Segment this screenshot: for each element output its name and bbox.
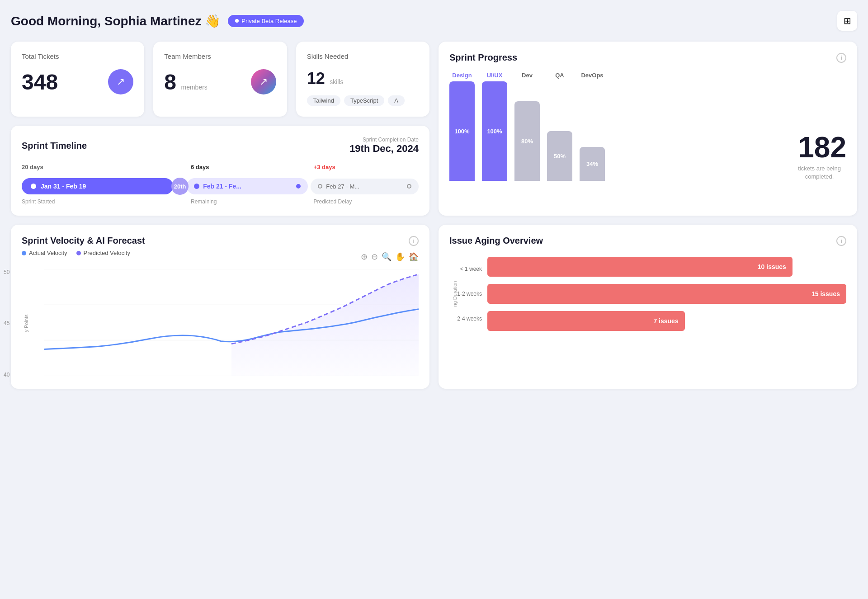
team-members-icon: ↗ [251,69,276,94]
velocity-info-icon[interactable]: i [409,236,419,246]
skills-count: 12 [307,69,325,88]
timeline-bar-remaining: Feb 21 - Fe... [187,178,308,194]
total-tickets-icon: ↗ [108,69,133,94]
y-axis: 50 45 40 [4,269,12,378]
legend-actual-label: Actual Velocity [29,250,67,256]
beta-badge[interactable]: Private Beta Release [228,15,304,27]
bar-dev: 80% [514,101,540,181]
velocity-chart-wrapper: 50 45 40 y Points [22,269,419,378]
predicted-fill [231,274,419,376]
aging-bar-2-4weeks-label: 7 issues [653,317,678,325]
skills-count-label: skills [330,78,343,85]
wave-emoji: 👋 [205,14,221,28]
legend-predicted-label: Predicted Velocity [84,250,130,256]
remaining-dot [194,184,199,189]
legend-predicted: Predicted Velocity [76,250,130,256]
skill-tag-a: A [388,95,405,106]
progress-chart-area: Design 100% UI/UX 100% Dev 80% [449,72,846,181]
sprint-progress-header: Sprint Progress i [449,52,846,63]
team-members-label: Team Members [164,52,276,60]
bar-group-dev: Dev 80% [514,72,540,181]
velocity-legend: Actual Velocity Predicted Velocity [22,250,130,256]
aging-info-icon[interactable]: i [836,236,846,246]
sprint-timeline-title: Sprint Timeline [22,141,87,151]
velocity-header: Sprint Velocity & AI Forecast i [22,236,419,246]
skills-tags: Tailwind TypeScript A [307,95,419,106]
beta-badge-label: Private Beta Release [241,18,297,24]
zoom-out-icon[interactable]: ⊖ [371,252,378,262]
home-chart-icon[interactable]: 🏠 [409,252,419,262]
tickets-big-number: 182 [798,133,846,162]
sprint-progress-card: Sprint Progress i Design 100% UI/UX 100% [439,42,857,216]
timeline-labels: Sprint Started Remaining Predicted Delay [22,198,419,205]
bar-wrapper-qa: 50% [547,81,572,181]
sprint-progress-info-icon[interactable]: i [836,53,846,63]
sprint-timeline-card: Sprint Timeline Sprint Completion Date 1… [11,126,429,216]
header-left: Good Morning, Sophia Martinez 👋 Private … [11,14,304,28]
velocity-title: Sprint Velocity & AI Forecast [22,236,145,246]
tickets-desc: tickets are beingcompleted. [798,165,841,181]
zoom-in-icon[interactable]: ⊕ [361,252,368,262]
y-axis-label: y Points [24,315,29,332]
timeline-bar-dot [31,184,36,189]
bar-group-qa: QA 50% [547,72,572,181]
tl-started-label: Sprint Started [22,198,172,205]
total-tickets-value-row: 348 ↗ [22,69,133,94]
days-delay: +3 days [314,164,419,170]
skills-needed-card: Skills Needed 12 skills Tailwind TypeScr… [296,42,429,117]
days-20: 20 days [22,164,172,170]
bar-label-dev: Dev [522,72,533,79]
remaining-dates: Feb 21 - Fe... [203,183,241,190]
bar-group-devops: DevOps 34% [580,72,605,181]
aging-header: Issue Aging Overview i [449,236,846,246]
search-chart-icon[interactable]: 🔍 [382,252,392,262]
velocity-card: Sprint Velocity & AI Forecast i Actual V… [11,225,429,389]
y-50: 50 [4,269,9,275]
timeline-bar-dates: Jan 31 - Feb 19 [41,183,86,190]
today-badge: 20th [171,178,189,195]
total-tickets-label: Total Tickets [22,52,133,60]
legend-dot-actual [22,251,26,255]
total-tickets-value: 348 [22,70,58,94]
skill-tag-typescript: TypeScript [344,95,384,106]
bar-label-uiux: UI/UX [487,72,503,79]
settings-icon: ⊞ [844,15,851,26]
arrow-icon: ↗ [117,76,125,88]
page-title: Good Morning, Sophia Martinez 👋 [11,14,221,28]
skill-tag-tailwind: Tailwind [307,95,340,106]
bar-devops: 34% [580,147,605,181]
days-labels: 20 days 6 days +3 days [22,164,419,170]
timeline-bars-row: Jan 31 - Feb 19 20th Feb 21 - Fe... Feb … [22,178,419,195]
bar-label-design: Design [452,72,472,79]
completion-date-label: Sprint Completion Date [349,137,419,143]
bar-group-uiux: UI/UX 100% [482,72,507,181]
sprint-timeline-header: Sprint Timeline Sprint Completion Date 1… [22,137,419,155]
chart-tools: ⊕ ⊖ 🔍 ✋ 🏠 [361,252,419,262]
aging-label-1week: < 1 week [449,266,482,272]
timeline-bar-started: Jan 31 - Feb 19 [22,178,173,194]
arrow-icon-2: ↗ [259,76,268,88]
delay-dot [318,184,322,189]
velocity-legend-row: Actual Velocity Predicted Velocity ⊕ ⊖ 🔍… [22,250,419,264]
y-40: 40 [4,372,9,378]
settings-button[interactable]: ⊞ [837,11,857,31]
days-6: 6 days [191,164,311,170]
aging-bar-1week-label: 10 issues [758,263,786,270]
legend-actual: Actual Velocity [22,250,67,256]
timeline-bar-delay: Feb 27 - M... [311,179,419,194]
bar-label-qa: QA [555,72,564,79]
total-tickets-card: Total Tickets 348 ↗ [11,42,144,117]
aging-bar-2-4weeks: 7 issues [487,311,685,331]
team-members-unit: members [181,84,207,91]
delay-end-dot [407,184,411,189]
aging-duration-label: ng Duration [452,281,458,307]
issue-aging-card: Issue Aging Overview i < 1 week 1-2 week… [439,225,857,389]
tickets-count-box: 182 tickets are beingcompleted. [787,133,846,181]
top-stats-row: Total Tickets 348 ↗ Team Members 8 membe… [11,42,429,117]
greeting-text: Good Morning, Sophia Martinez [11,14,202,28]
team-members-value: 8 [164,70,176,94]
today-text: 20th [174,183,186,190]
sprint-progress-title: Sprint Progress [449,52,517,63]
pan-icon[interactable]: ✋ [395,252,405,262]
delay-dates: Feb 27 - M... [326,183,359,190]
